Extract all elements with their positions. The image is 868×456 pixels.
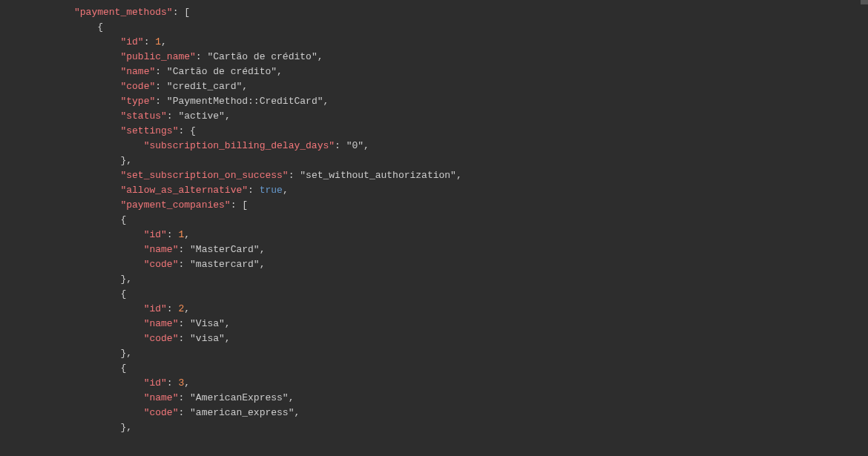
punctuation: : bbox=[178, 318, 190, 329]
punctuation: : bbox=[167, 377, 179, 389]
punctuation bbox=[74, 288, 120, 300]
punctuation bbox=[74, 110, 120, 122]
scrollbar-track[interactable] bbox=[861, 0, 868, 456]
punctuation: , bbox=[364, 140, 369, 151]
json-key: "payment_companies" bbox=[120, 199, 230, 211]
json-key: "id" bbox=[144, 377, 167, 389]
punctuation: : bbox=[178, 407, 190, 418]
code-line: }, bbox=[74, 153, 868, 168]
punctuation bbox=[74, 22, 97, 33]
code-line: "status": "active", bbox=[74, 109, 868, 124]
json-string: "active" bbox=[178, 110, 224, 122]
json-string: "Cartão de crédito" bbox=[167, 66, 277, 77]
punctuation bbox=[74, 363, 120, 374]
punctuation bbox=[74, 274, 120, 285]
json-boolean: true bbox=[260, 185, 283, 196]
json-key: "id" bbox=[144, 303, 167, 314]
punctuation: , bbox=[318, 51, 323, 62]
punctuation: : bbox=[167, 110, 179, 122]
code-block: "payment_methods": [ { "id": 1, "public_… bbox=[0, 0, 868, 435]
punctuation: { bbox=[97, 22, 103, 33]
punctuation: : bbox=[167, 229, 179, 240]
code-line: }, bbox=[74, 272, 868, 287]
punctuation bbox=[74, 199, 120, 211]
json-key: "id" bbox=[144, 229, 167, 240]
scrollbar-thumb[interactable] bbox=[861, 0, 868, 4]
punctuation bbox=[74, 244, 144, 255]
punctuation bbox=[74, 318, 144, 329]
code-line: "payment_companies": [ bbox=[74, 198, 868, 213]
code-line: "code": "credit_card", bbox=[74, 79, 868, 94]
punctuation bbox=[74, 377, 144, 389]
punctuation: : bbox=[178, 259, 190, 270]
json-key: "code" bbox=[144, 259, 179, 270]
punctuation: , bbox=[184, 303, 190, 314]
punctuation: , bbox=[161, 36, 167, 47]
punctuation: , bbox=[260, 259, 266, 270]
punctuation: , bbox=[283, 185, 289, 196]
json-key: "payment_methods" bbox=[74, 7, 173, 18]
json-string: "0" bbox=[346, 140, 364, 151]
json-key: "set_subscription_on_success" bbox=[120, 170, 288, 181]
json-key: "name" bbox=[120, 66, 155, 77]
code-line: "id": 1, bbox=[74, 35, 868, 50]
code-line: "code": "american_express", bbox=[74, 406, 868, 420]
json-key: "code" bbox=[144, 333, 179, 344]
punctuation: { bbox=[120, 363, 126, 374]
punctuation: }, bbox=[120, 155, 132, 166]
json-string: "AmericanExpress" bbox=[190, 392, 289, 403]
code-line: "settings": { bbox=[74, 124, 868, 139]
code-line: "allow_as_alternative": true, bbox=[74, 183, 868, 198]
punctuation: , bbox=[456, 170, 462, 181]
punctuation: : bbox=[178, 333, 190, 344]
punctuation: { bbox=[120, 288, 126, 300]
punctuation: , bbox=[289, 392, 295, 403]
json-string: "american_express" bbox=[190, 407, 294, 418]
code-line: { bbox=[74, 213, 868, 228]
json-string: "visa" bbox=[190, 333, 225, 344]
json-string: "mastercard" bbox=[190, 259, 260, 270]
json-key: "id" bbox=[120, 36, 143, 47]
punctuation bbox=[74, 259, 144, 270]
punctuation bbox=[74, 348, 120, 359]
punctuation: , bbox=[277, 66, 283, 77]
punctuation: { bbox=[120, 214, 126, 225]
punctuation bbox=[74, 407, 144, 418]
code-line: "payment_methods": [ bbox=[74, 5, 868, 20]
punctuation: : [ bbox=[231, 199, 248, 211]
code-line: "name": "MasterCard", bbox=[74, 242, 868, 257]
json-string: "credit_card" bbox=[167, 81, 242, 92]
punctuation: , bbox=[225, 318, 231, 329]
punctuation bbox=[74, 214, 120, 225]
punctuation bbox=[74, 155, 120, 166]
json-key: "status" bbox=[120, 110, 166, 122]
punctuation bbox=[74, 185, 120, 196]
punctuation: : bbox=[167, 303, 179, 314]
punctuation bbox=[74, 140, 144, 151]
punctuation bbox=[74, 36, 120, 47]
punctuation: : bbox=[144, 36, 156, 47]
json-string: "PaymentMethod::CreditCard" bbox=[167, 96, 323, 107]
code-line: { bbox=[74, 361, 868, 376]
code-line: "set_subscription_on_success": "set_with… bbox=[74, 168, 868, 183]
punctuation: }, bbox=[120, 422, 132, 433]
punctuation: : bbox=[196, 51, 208, 62]
json-key: "code" bbox=[120, 81, 155, 92]
code-line: "subscription_billing_delay_days": "0", bbox=[74, 139, 868, 153]
json-string: "MasterCard" bbox=[190, 244, 260, 255]
code-line: "type": "PaymentMethod::CreditCard", bbox=[74, 94, 868, 109]
punctuation: , bbox=[184, 377, 190, 389]
code-line: "code": "mastercard", bbox=[74, 257, 868, 272]
json-key: "code" bbox=[144, 407, 179, 418]
code-line: }, bbox=[74, 420, 868, 435]
punctuation: : [ bbox=[173, 7, 190, 18]
punctuation bbox=[74, 51, 120, 62]
code-line: { bbox=[74, 20, 868, 35]
json-string: "Visa" bbox=[190, 318, 225, 329]
punctuation: : bbox=[335, 140, 346, 151]
json-key: "allow_as_alternative" bbox=[120, 185, 248, 196]
punctuation: : bbox=[155, 81, 167, 92]
code-line: "name": "Visa", bbox=[74, 317, 868, 331]
code-line: "id": 2, bbox=[74, 302, 868, 317]
punctuation: , bbox=[260, 244, 266, 255]
